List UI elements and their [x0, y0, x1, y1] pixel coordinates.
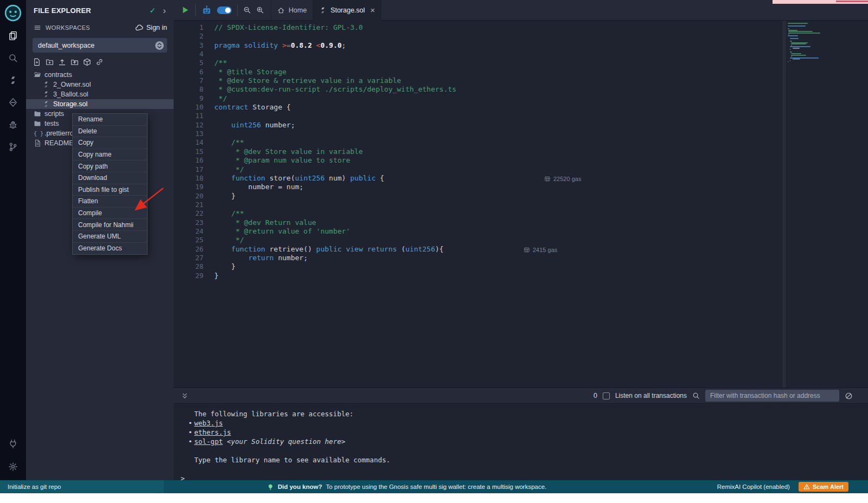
context-menu-item-flatten[interactable]: Flatten: [73, 196, 147, 208]
context-menu-item-download[interactable]: Download: [73, 172, 147, 184]
tree-item-2-owner-sol[interactable]: 2_Owner.sol: [26, 80, 174, 89]
close-tab-icon[interactable]: ×: [371, 6, 375, 14]
chevron-right-icon[interactable]: ›: [163, 6, 166, 15]
new-file-icon[interactable]: [33, 58, 41, 66]
copilot-status[interactable]: RemixAI Copilot (enabled): [717, 483, 790, 490]
search-icon[interactable]: [8, 53, 18, 63]
line-number: 13: [174, 130, 203, 138]
zoom-in-icon[interactable]: [256, 6, 264, 14]
context-menu-item-compile-for-nahmii[interactable]: Compile for Nahmii: [73, 219, 147, 231]
sign-in-button[interactable]: Sign in: [135, 24, 167, 32]
code-line: // SPDX-License-Identifier: GPL-3.0: [214, 23, 456, 32]
file-name: 3_Ballot.sol: [53, 91, 88, 98]
transaction-filter-input[interactable]: [705, 390, 839, 402]
new-folder-icon[interactable]: [46, 58, 54, 66]
context-menu-item-generate-docs[interactable]: Generate Docs: [73, 243, 147, 255]
scam-alert-label: Scam Alert: [813, 483, 844, 490]
line-number: 11: [174, 112, 203, 120]
context-menu-item-compile[interactable]: Compile: [73, 208, 147, 220]
line-number: 9: [174, 94, 203, 103]
line-number: 17: [174, 165, 203, 174]
code-line: * @return value of 'number': [214, 227, 456, 236]
context-menu-item-generate-uml[interactable]: Generate UML: [73, 231, 147, 243]
tree-item-3-ballot-sol[interactable]: 3_Ballot.sol: [26, 89, 174, 99]
line-number: 25: [174, 236, 203, 244]
file-explorer-icon[interactable]: [8, 31, 18, 41]
bullet: •: [188, 437, 194, 446]
terminal-line: [194, 465, 868, 474]
import-ipfs-icon[interactable]: [83, 58, 91, 66]
library-link-sol-gpt[interactable]: sol-gpt: [194, 437, 223, 446]
git-init-label: Initialize as git repo: [8, 483, 61, 490]
divider: [195, 4, 196, 16]
upload-folder-icon[interactable]: [71, 58, 79, 66]
library-link-web3-js[interactable]: web3.js: [194, 419, 223, 427]
line-number: 26: [174, 245, 203, 254]
file-name: tests: [44, 120, 59, 127]
settings-icon[interactable]: [8, 462, 18, 472]
expand-terminal-icon[interactable]: [181, 392, 189, 400]
sol-icon: [42, 100, 50, 108]
editor-scrollbar[interactable]: [782, 21, 786, 388]
minimap-line: [788, 33, 820, 34]
tree-item-contracts[interactable]: contracts: [26, 70, 174, 80]
tree-item-storage-sol[interactable]: Storage.sol: [26, 99, 174, 109]
workspaces-label: WORKSPACES: [46, 24, 90, 31]
ai-copilot-toggle[interactable]: [217, 7, 232, 14]
clear-terminal-icon[interactable]: [845, 392, 853, 400]
context-menu-item-publish-file-to-gist[interactable]: Publish file to gist: [73, 184, 147, 196]
status-right: RemixAI Copilot (enabled) Scam Alert: [717, 482, 868, 492]
gas-grid-icon: [524, 247, 530, 253]
solidity-compiler-icon[interactable]: [8, 75, 18, 85]
tab-home[interactable]: Home: [271, 0, 313, 21]
line-number: 21: [174, 201, 203, 209]
workspace-switch-icon[interactable]: [155, 41, 164, 50]
minimap[interactable]: [788, 23, 839, 63]
debugger-icon[interactable]: [8, 120, 18, 130]
upload-file-icon[interactable]: [58, 58, 66, 66]
context-menu-item-copy-path[interactable]: Copy path: [73, 160, 147, 172]
deploy-run-icon[interactable]: [8, 98, 18, 107]
minimap-line: [788, 25, 806, 27]
code-line: number = num;: [214, 183, 456, 191]
rail-bottom: [8, 439, 18, 472]
minimap-line: [790, 41, 792, 42]
code-editor[interactable]: 1234567891011121314151617181920212223242…: [174, 21, 868, 388]
line-number: 14: [174, 138, 203, 147]
context-menu-item-copy[interactable]: Copy: [73, 137, 147, 149]
line-number: 27: [174, 254, 203, 262]
remix-logo-icon[interactable]: [4, 4, 22, 22]
context-menu-item-copy-name[interactable]: Copy name: [73, 149, 147, 161]
terminal-search-icon[interactable]: [692, 392, 700, 399]
check-icon[interactable]: ✓: [150, 6, 156, 15]
zoom-out-icon[interactable]: [243, 6, 251, 14]
code-line: * @custom:dev-run-script ./scripts/deplo…: [214, 85, 456, 94]
hamburger-menu-icon[interactable]: [34, 24, 41, 31]
file-name: scripts: [44, 110, 64, 118]
gas-estimate: 22520 gas: [544, 175, 581, 183]
terminal-line: Type the library name to see available c…: [194, 455, 868, 465]
import-url-icon[interactable]: [95, 58, 104, 66]
tab-storage-sol[interactable]: Storage.sol ×: [313, 0, 381, 21]
code-line: }: [214, 272, 456, 280]
terminal-output[interactable]: The following libraries are accessible:•…: [174, 404, 868, 480]
context-menu-item-delete[interactable]: Delete: [73, 126, 147, 138]
listen-checkbox[interactable]: [603, 392, 610, 399]
tab-bar: Home Storage.sol ×: [174, 0, 868, 21]
listen-label: Listen on all transactions: [615, 392, 687, 399]
library-link-ethers-js[interactable]: ethers.js: [194, 428, 231, 436]
git-icon[interactable]: [8, 142, 18, 152]
context-menu-item-rename[interactable]: Rename: [73, 114, 147, 126]
scam-alert-badge[interactable]: Scam Alert: [799, 482, 848, 492]
code-line: * @dev Store & retrieve value in a varia…: [214, 76, 456, 85]
terminal-controls: 0 Listen on all transactions: [593, 390, 853, 402]
git-init-button[interactable]: Initialize as git repo: [0, 480, 164, 493]
line-number: 5: [174, 59, 203, 67]
plugin-manager-icon[interactable]: [8, 439, 18, 449]
ai-assistant-icon[interactable]: [201, 5, 212, 16]
tab-home-label: Home: [289, 7, 307, 14]
status-bar: Initialize as git repo Did you know? To …: [0, 480, 868, 493]
line-number: 24: [174, 227, 203, 236]
run-script-button[interactable]: [181, 5, 190, 15]
workspace-select[interactable]: default_workspace: [33, 38, 167, 53]
